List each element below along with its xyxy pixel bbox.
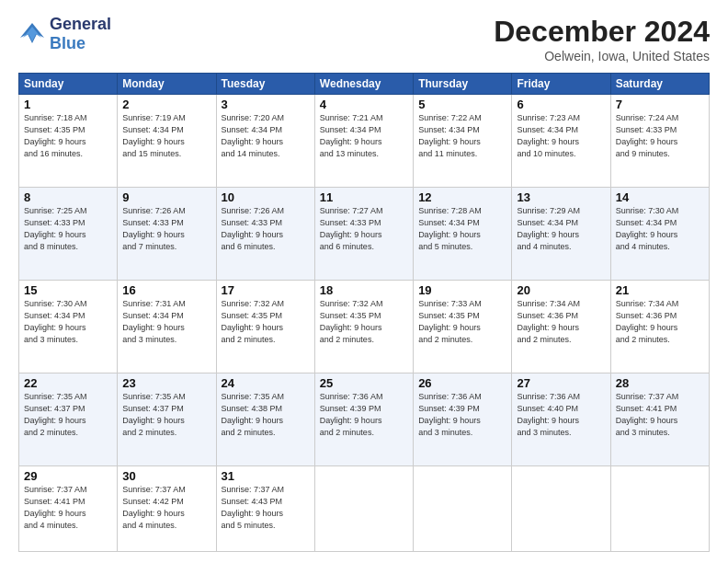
table-cell: 15Sunrise: 7:30 AM Sunset: 4:34 PM Dayli… — [19, 281, 118, 373]
day-info: Sunrise: 7:37 AM Sunset: 4:41 PM Dayligh… — [24, 484, 112, 532]
header: General Blue December 2024 Oelwein, Iowa… — [18, 15, 710, 63]
day-info: Sunrise: 7:26 AM Sunset: 4:33 PM Dayligh… — [122, 205, 210, 253]
calendar-week-4: 22Sunrise: 7:35 AM Sunset: 4:37 PM Dayli… — [19, 373, 710, 466]
table-cell: 30Sunrise: 7:37 AM Sunset: 4:42 PM Dayli… — [118, 466, 216, 552]
calendar-week-5: 29Sunrise: 7:37 AM Sunset: 4:41 PM Dayli… — [19, 466, 710, 552]
title-block: December 2024 Oelwein, Iowa, United Stat… — [494, 15, 710, 63]
header-friday: Friday — [512, 74, 610, 95]
calendar-week-2: 8Sunrise: 7:25 AM Sunset: 4:33 PM Daylig… — [19, 188, 710, 281]
table-cell: 6Sunrise: 7:23 AM Sunset: 4:34 PM Daylig… — [512, 95, 610, 188]
day-number: 14 — [616, 190, 704, 204]
header-wednesday: Wednesday — [314, 74, 413, 95]
table-cell: 10Sunrise: 7:26 AM Sunset: 4:33 PM Dayli… — [216, 188, 314, 281]
table-cell: 11Sunrise: 7:27 AM Sunset: 4:33 PM Dayli… — [314, 188, 413, 281]
day-info: Sunrise: 7:31 AM Sunset: 4:34 PM Dayligh… — [122, 298, 210, 346]
day-number: 6 — [517, 98, 605, 111]
day-info: Sunrise: 7:34 AM Sunset: 4:36 PM Dayligh… — [517, 298, 605, 346]
day-info: Sunrise: 7:30 AM Sunset: 4:34 PM Dayligh… — [24, 298, 112, 346]
table-cell — [512, 466, 610, 552]
day-number: 26 — [418, 376, 506, 390]
day-number: 18 — [320, 283, 408, 297]
day-number: 9 — [122, 190, 210, 204]
day-number: 12 — [418, 190, 506, 204]
calendar-week-1: 1Sunrise: 7:18 AM Sunset: 4:35 PM Daylig… — [19, 95, 710, 188]
day-number: 15 — [24, 283, 112, 297]
day-info: Sunrise: 7:25 AM Sunset: 4:33 PM Dayligh… — [24, 205, 112, 253]
table-cell: 17Sunrise: 7:32 AM Sunset: 4:35 PM Dayli… — [216, 281, 314, 373]
table-cell: 24Sunrise: 7:35 AM Sunset: 4:38 PM Dayli… — [216, 373, 314, 466]
table-cell: 13Sunrise: 7:29 AM Sunset: 4:34 PM Dayli… — [512, 188, 610, 281]
table-cell: 19Sunrise: 7:33 AM Sunset: 4:35 PM Dayli… — [414, 281, 512, 373]
day-number: 16 — [122, 283, 210, 297]
day-info: Sunrise: 7:32 AM Sunset: 4:35 PM Dayligh… — [222, 298, 310, 346]
table-cell: 26Sunrise: 7:36 AM Sunset: 4:39 PM Dayli… — [414, 373, 512, 466]
day-info: Sunrise: 7:36 AM Sunset: 4:39 PM Dayligh… — [418, 391, 506, 439]
day-info: Sunrise: 7:37 AM Sunset: 4:42 PM Dayligh… — [122, 484, 210, 532]
page: General Blue December 2024 Oelwein, Iowa… — [0, 0, 728, 563]
day-info: Sunrise: 7:28 AM Sunset: 4:34 PM Dayligh… — [418, 205, 506, 253]
day-number: 31 — [222, 469, 310, 483]
day-number: 27 — [517, 376, 605, 390]
table-cell — [314, 466, 413, 552]
table-cell: 16Sunrise: 7:31 AM Sunset: 4:34 PM Dayli… — [118, 281, 216, 373]
table-cell: 2Sunrise: 7:19 AM Sunset: 4:34 PM Daylig… — [118, 95, 216, 188]
day-info: Sunrise: 7:35 AM Sunset: 4:38 PM Dayligh… — [222, 391, 310, 439]
table-cell: 18Sunrise: 7:32 AM Sunset: 4:35 PM Dayli… — [314, 281, 413, 373]
day-number: 28 — [616, 376, 704, 390]
table-cell: 25Sunrise: 7:36 AM Sunset: 4:39 PM Dayli… — [314, 373, 413, 466]
day-info: Sunrise: 7:22 AM Sunset: 4:34 PM Dayligh… — [418, 112, 506, 160]
table-cell: 20Sunrise: 7:34 AM Sunset: 4:36 PM Dayli… — [512, 281, 610, 373]
table-cell: 1Sunrise: 7:18 AM Sunset: 4:35 PM Daylig… — [19, 95, 118, 188]
day-info: Sunrise: 7:19 AM Sunset: 4:34 PM Dayligh… — [122, 112, 210, 160]
day-info: Sunrise: 7:34 AM Sunset: 4:36 PM Dayligh… — [616, 298, 704, 346]
table-cell: 3Sunrise: 7:20 AM Sunset: 4:34 PM Daylig… — [216, 95, 314, 188]
table-cell: 12Sunrise: 7:28 AM Sunset: 4:34 PM Dayli… — [414, 188, 512, 281]
logo-line2: Blue — [50, 34, 111, 53]
day-info: Sunrise: 7:20 AM Sunset: 4:34 PM Dayligh… — [222, 112, 310, 160]
table-cell: 8Sunrise: 7:25 AM Sunset: 4:33 PM Daylig… — [19, 188, 118, 281]
day-info: Sunrise: 7:37 AM Sunset: 4:43 PM Dayligh… — [222, 484, 310, 532]
day-number: 11 — [320, 190, 408, 204]
day-info: Sunrise: 7:29 AM Sunset: 4:34 PM Dayligh… — [517, 205, 605, 253]
header-thursday: Thursday — [414, 74, 512, 95]
logo-icon — [18, 21, 46, 47]
logo: General Blue — [18, 15, 111, 52]
table-cell: 9Sunrise: 7:26 AM Sunset: 4:33 PM Daylig… — [118, 188, 216, 281]
day-number: 29 — [24, 469, 112, 483]
day-info: Sunrise: 7:36 AM Sunset: 4:40 PM Dayligh… — [517, 391, 605, 439]
day-info: Sunrise: 7:23 AM Sunset: 4:34 PM Dayligh… — [517, 112, 605, 160]
location-title: Oelwein, Iowa, United States — [494, 49, 710, 63]
day-number: 2 — [122, 98, 210, 111]
table-cell: 4Sunrise: 7:21 AM Sunset: 4:34 PM Daylig… — [314, 95, 413, 188]
calendar-table: SundayMondayTuesdayWednesdayThursdayFrid… — [18, 73, 710, 552]
day-number: 1 — [24, 98, 112, 111]
day-number: 5 — [418, 98, 506, 111]
header-saturday: Saturday — [610, 74, 709, 95]
day-number: 3 — [222, 98, 310, 111]
day-number: 30 — [122, 469, 210, 483]
day-number: 13 — [517, 190, 605, 204]
day-info: Sunrise: 7:26 AM Sunset: 4:33 PM Dayligh… — [222, 205, 310, 253]
day-number: 24 — [222, 376, 310, 390]
calendar-header-row: SundayMondayTuesdayWednesdayThursdayFrid… — [19, 74, 710, 95]
table-cell: 22Sunrise: 7:35 AM Sunset: 4:37 PM Dayli… — [19, 373, 118, 466]
header-tuesday: Tuesday — [216, 74, 314, 95]
month-title: December 2024 — [494, 15, 710, 49]
table-cell: 7Sunrise: 7:24 AM Sunset: 4:33 PM Daylig… — [610, 95, 709, 188]
day-info: Sunrise: 7:18 AM Sunset: 4:35 PM Dayligh… — [24, 112, 112, 160]
table-cell: 29Sunrise: 7:37 AM Sunset: 4:41 PM Dayli… — [19, 466, 118, 552]
table-cell: 31Sunrise: 7:37 AM Sunset: 4:43 PM Dayli… — [216, 466, 314, 552]
calendar-week-3: 15Sunrise: 7:30 AM Sunset: 4:34 PM Dayli… — [19, 281, 710, 373]
header-monday: Monday — [118, 74, 216, 95]
day-number: 20 — [517, 283, 605, 297]
table-cell: 14Sunrise: 7:30 AM Sunset: 4:34 PM Dayli… — [610, 188, 709, 281]
table-cell: 5Sunrise: 7:22 AM Sunset: 4:34 PM Daylig… — [414, 95, 512, 188]
day-number: 19 — [418, 283, 506, 297]
day-number: 21 — [616, 283, 704, 297]
day-info: Sunrise: 7:32 AM Sunset: 4:35 PM Dayligh… — [320, 298, 408, 346]
table-cell: 28Sunrise: 7:37 AM Sunset: 4:41 PM Dayli… — [610, 373, 709, 466]
day-info: Sunrise: 7:35 AM Sunset: 4:37 PM Dayligh… — [24, 391, 112, 439]
day-info: Sunrise: 7:21 AM Sunset: 4:34 PM Dayligh… — [320, 112, 408, 160]
table-cell — [610, 466, 709, 552]
day-number: 23 — [122, 376, 210, 390]
